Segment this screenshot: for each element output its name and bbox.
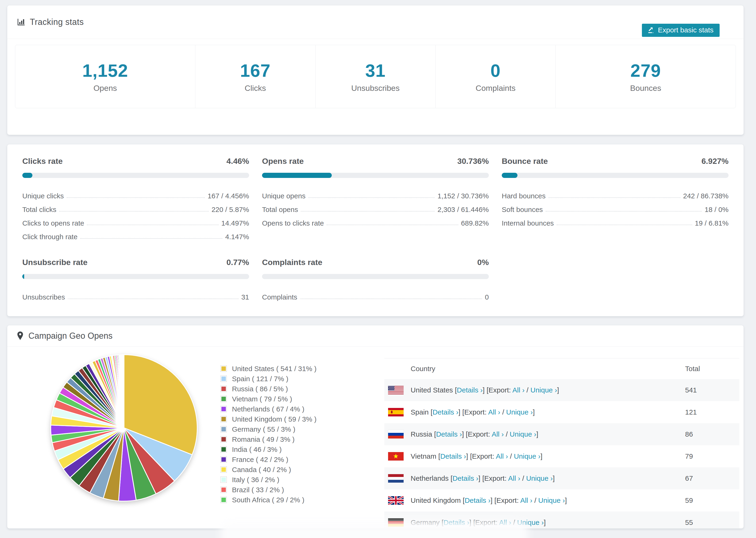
legend-item: Netherlands ( 67 / 4% ) <box>220 404 316 414</box>
details-link[interactable]: Details › <box>457 386 483 394</box>
legend-swatch <box>220 487 227 493</box>
country-name: Netherlands [ <box>411 474 453 482</box>
details-link[interactable]: Details › <box>444 518 469 526</box>
stat-box-complaints: 0Complaints <box>435 45 556 108</box>
export-all-link[interactable]: All › <box>496 452 508 460</box>
export-prefix: ] [Export: <box>490 497 520 504</box>
dotted-leader <box>67 197 205 198</box>
export-prefix: ] [Export: <box>458 408 488 416</box>
export-unique-link[interactable]: Unique › <box>506 408 533 416</box>
geo-table-header-row: Country Total <box>384 358 739 379</box>
export-unique-link[interactable]: Unique › <box>538 497 565 504</box>
closing-bracket: ] <box>544 518 546 526</box>
country-row-us: United States [Details ›] [Export: All ›… <box>384 379 739 401</box>
export-all-link[interactable]: All › <box>488 408 500 416</box>
legend-label: United Kingdom ( 59 / 3% ) <box>232 415 316 423</box>
rate-title: Clicks rate <box>22 157 63 166</box>
details-link[interactable]: Details › <box>436 430 462 438</box>
details-link[interactable]: Details › <box>440 452 466 460</box>
rate-detail-value: 18 / 0% <box>705 206 729 214</box>
export-prefix: ] [Export: <box>469 518 499 526</box>
rate-progress-bar <box>262 274 489 279</box>
stat-box-opens: 1,152Opens <box>15 45 195 108</box>
slash-separator: / <box>524 386 530 394</box>
export-unique-link[interactable]: Unique › <box>526 474 553 482</box>
country-total: 79 <box>685 452 739 460</box>
export-unique-link[interactable]: Unique › <box>510 430 536 438</box>
closing-bracket: ] <box>557 386 559 394</box>
rate-title: Bounce rate <box>502 157 548 166</box>
rate-detail-row: Soft bounces18 / 0% <box>502 200 729 214</box>
rate-progress-fill <box>22 173 32 178</box>
dotted-leader <box>87 225 218 225</box>
export-unique-link[interactable]: Unique › <box>517 518 544 526</box>
flag-icon-ru <box>388 430 404 439</box>
tracking-stats-card: Tracking stats Export basic stats 1,152O… <box>7 5 744 135</box>
closing-bracket: ] <box>565 497 567 504</box>
legend-swatch <box>220 376 227 382</box>
stat-value: 279 <box>630 60 661 81</box>
stat-value: 31 <box>365 60 386 81</box>
legend-item: Brazil ( 33 / 2% ) <box>220 485 316 495</box>
rate-value: 30.736% <box>458 157 489 166</box>
export-all-link[interactable]: All › <box>492 430 504 438</box>
details-link[interactable]: Details › <box>465 497 490 504</box>
rate-progress-bar <box>22 274 249 279</box>
dotted-leader <box>301 211 435 211</box>
export-all-link[interactable]: All › <box>499 518 512 526</box>
stat-box-bounces: 279Bounces <box>556 45 735 108</box>
flag-icon-de <box>388 518 404 527</box>
rate-progress-bar <box>22 173 249 178</box>
export-basic-stats-button[interactable]: Export basic stats <box>642 24 720 37</box>
country-row-text: Netherlands [Details ›] [Export: All › /… <box>411 474 555 482</box>
export-icon <box>647 26 655 34</box>
rate-detail-label: Internal bounces <box>502 219 554 227</box>
rate-detail-row: Unsubscribes31 <box>22 288 249 301</box>
rate-detail-label: Hard bounces <box>502 192 546 200</box>
legend-swatch <box>220 436 227 443</box>
export-unique-link[interactable]: Unique › <box>514 452 540 460</box>
rate-progress-bar <box>262 173 489 178</box>
rate-detail-value: 2,303 / 61.446% <box>437 206 489 214</box>
export-all-link[interactable]: All › <box>513 386 525 394</box>
country-row-vn: Vietnam [Details ›] [Export: All › / Uni… <box>384 445 739 467</box>
legend-label: Spain ( 121 / 7% ) <box>232 375 288 383</box>
rate-title: Complaints rate <box>262 258 322 267</box>
flag-icon-vn <box>388 452 404 460</box>
export-prefix: ] [Export: <box>483 386 513 394</box>
export-all-link[interactable]: All › <box>520 497 532 504</box>
details-link[interactable]: Details › <box>453 474 478 482</box>
legend-label: India ( 46 / 3% ) <box>232 446 282 454</box>
legend-label: Romania ( 49 / 3% ) <box>232 435 295 443</box>
rate-detail-row: Internal bounces19 / 6.81% <box>502 214 729 227</box>
legend-swatch <box>220 446 227 453</box>
rate-detail-row: Unique opens1,152 / 30.736% <box>262 187 489 200</box>
geo-opens-title: Campaign Geo Opens <box>28 331 112 341</box>
country-column-header: Country <box>384 365 685 373</box>
flag-icon-es <box>388 408 404 416</box>
country-name: Germany [ <box>411 518 444 526</box>
legend-label: Italy ( 36 / 2% ) <box>232 476 279 484</box>
slash-separator: / <box>511 518 517 526</box>
details-link[interactable]: Details › <box>432 408 458 416</box>
rate-detail-label: Unsubscribes <box>22 293 65 301</box>
rate-value: 6.927% <box>702 157 729 166</box>
slash-separator: / <box>508 452 514 460</box>
legend-swatch <box>220 497 227 503</box>
export-all-link[interactable]: All › <box>508 474 520 482</box>
legend-swatch <box>220 476 227 483</box>
rate-detail-label: Soft bounces <box>502 206 543 214</box>
slash-separator: / <box>532 497 538 504</box>
country-row-de: Germany [Details ›] [Export: All › / Uni… <box>384 511 739 529</box>
rate-block-opens-rate: Opens rate30.736%Unique opens1,152 / 30.… <box>262 157 489 241</box>
bar-chart-icon <box>17 18 25 26</box>
export-unique-link[interactable]: Unique › <box>530 386 557 394</box>
rate-detail-value: 31 <box>242 293 249 301</box>
flag-icon-gb <box>388 496 404 505</box>
dotted-leader <box>300 298 482 299</box>
rate-detail-value: 167 / 4.456% <box>207 192 249 200</box>
country-total: 121 <box>685 408 739 416</box>
legend-swatch <box>220 426 227 432</box>
stats-summary-row: 1,152Opens167Clicks31Unsubscribes0Compla… <box>15 45 736 108</box>
stat-label: Bounces <box>630 83 661 93</box>
